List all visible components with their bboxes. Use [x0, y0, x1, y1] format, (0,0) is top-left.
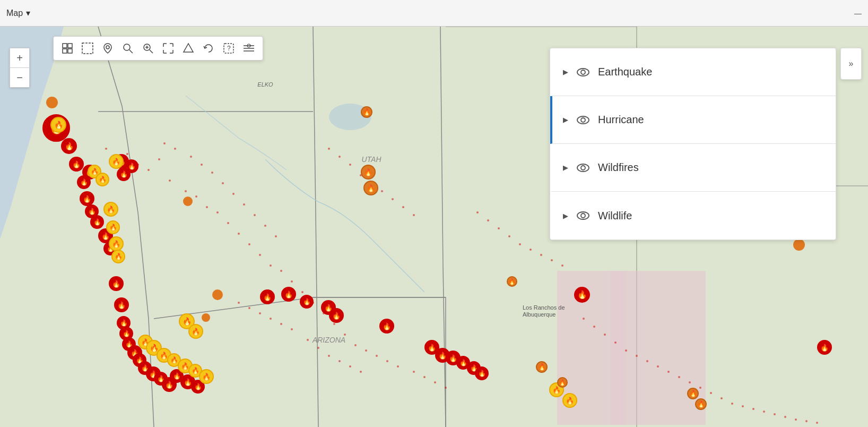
svg-point-92: [721, 397, 723, 399]
svg-point-74: [519, 243, 521, 245]
svg-point-10: [147, 169, 150, 171]
svg-point-8: [126, 153, 128, 155]
svg-point-29: [354, 344, 357, 346]
svg-point-23: [291, 280, 293, 283]
svg-point-34: [413, 371, 415, 373]
fire-marker-yellow: 🔥: [199, 369, 214, 384]
fire-marker: 🔥: [114, 297, 129, 312]
svg-point-70: [476, 211, 479, 214]
map-label: Map: [6, 8, 23, 18]
layer-expand-icon: ▶: [563, 212, 568, 220]
zoom-in-icon[interactable]: [141, 41, 155, 56]
fire-marker-yellow: 🔥: [109, 236, 124, 251]
layer-item-wildlife[interactable]: ▶ Wildlife: [550, 192, 836, 240]
toolbar: ?: [53, 36, 263, 61]
fire-marker-orange-small: 🔥: [695, 398, 707, 410]
layer-item-earthquake[interactable]: ▶ Earthquake: [550, 48, 836, 96]
svg-point-22: [280, 270, 282, 272]
svg-point-140: [581, 166, 585, 170]
orange-marker: [46, 97, 58, 108]
fire-marker-yellow: 🔥: [103, 202, 118, 217]
svg-point-79: [583, 318, 585, 320]
svg-point-68: [349, 365, 351, 368]
svg-point-41: [201, 164, 203, 166]
svg-point-90: [699, 387, 701, 389]
svg-point-97: [774, 413, 776, 415]
svg-text:Albuquerque: Albuquerque: [523, 311, 555, 318]
orange-marker: [212, 289, 223, 300]
svg-point-76: [540, 254, 542, 256]
svg-point-75: [530, 249, 532, 251]
layer-expand-icon: ▶: [563, 116, 568, 124]
svg-point-87: [667, 371, 670, 373]
svg-point-32: [386, 360, 388, 362]
select-rectangle-icon[interactable]: [80, 41, 95, 56]
erase-icon[interactable]: [181, 41, 196, 56]
fire-marker: 🔥: [80, 191, 94, 206]
map-title-button[interactable]: Map ▾: [6, 8, 30, 18]
svg-rect-109: [68, 44, 72, 48]
svg-point-45: [243, 203, 245, 206]
svg-rect-111: [68, 49, 72, 53]
orange-marker: [183, 197, 193, 206]
layer-expand-icon: ▶: [563, 68, 568, 76]
layer-item-hurricane[interactable]: ▶ Hurricane: [550, 96, 836, 144]
fire-marker-orange: 🔥: [361, 165, 376, 180]
zoom-in-button[interactable]: +: [10, 48, 29, 67]
fire-marker-orange-small: 🔥: [687, 388, 699, 399]
fire-marker-yellow: 🔥: [106, 220, 120, 234]
layer-item-wildfires[interactable]: ▶ Wildfires: [550, 144, 836, 192]
expand-panel-button[interactable]: »: [840, 48, 862, 80]
help-icon[interactable]: ?: [221, 41, 236, 56]
eye-icon: [576, 114, 591, 126]
svg-point-20: [259, 254, 261, 256]
svg-point-85: [646, 360, 648, 362]
search-icon[interactable]: [120, 41, 135, 56]
grid-icon[interactable]: [60, 41, 75, 56]
svg-point-44: [232, 193, 235, 195]
svg-point-63: [291, 328, 293, 330]
fire-marker: 🔥: [300, 295, 314, 309]
layer-expand-icon: ▶: [563, 164, 568, 172]
layers-stack-icon[interactable]: [241, 41, 256, 56]
svg-point-93: [731, 403, 733, 405]
svg-text:ELKO: ELKO: [257, 81, 273, 88]
fire-marker-orange-small: 🔥: [536, 361, 548, 373]
undo-icon[interactable]: [201, 41, 216, 56]
fire-marker: 🔥: [379, 319, 394, 334]
svg-point-99: [795, 419, 797, 421]
svg-point-66: [328, 355, 330, 357]
svg-point-138: [581, 118, 585, 122]
svg-point-54: [381, 190, 383, 192]
svg-point-55: [392, 198, 394, 200]
layer-earthquake-label: Earthquake: [598, 66, 825, 78]
fire-marker: 🔥: [61, 138, 77, 154]
fire-marker-orange-small: 🔥: [507, 276, 517, 287]
zoom-out-button[interactable]: −: [10, 68, 29, 87]
svg-point-15: [206, 206, 208, 208]
expand-icon[interactable]: [161, 41, 176, 56]
fire-marker-orange: 🔥: [363, 181, 378, 195]
svg-point-50: [338, 156, 341, 158]
svg-line-117: [150, 50, 153, 53]
fire-marker: 🔥: [77, 175, 91, 189]
svg-rect-112: [82, 43, 93, 54]
svg-rect-5: [610, 271, 626, 425]
svg-point-69: [360, 371, 362, 373]
svg-point-83: [625, 349, 627, 352]
layer-wildfires-label: Wildfires: [598, 161, 825, 174]
svg-point-33: [397, 365, 399, 368]
svg-point-100: [805, 420, 808, 422]
svg-point-98: [784, 416, 786, 418]
minimize-button[interactable]: —: [854, 9, 862, 18]
svg-point-80: [593, 326, 595, 328]
svg-point-14: [195, 195, 197, 198]
svg-point-113: [106, 46, 109, 49]
svg-point-56: [402, 206, 404, 208]
location-pin-icon[interactable]: [100, 41, 115, 56]
svg-point-84: [636, 355, 638, 357]
svg-point-114: [124, 44, 130, 50]
svg-point-136: [581, 70, 585, 74]
fire-marker: 🔥: [109, 276, 124, 291]
fire-marker: 🔥: [329, 308, 344, 323]
